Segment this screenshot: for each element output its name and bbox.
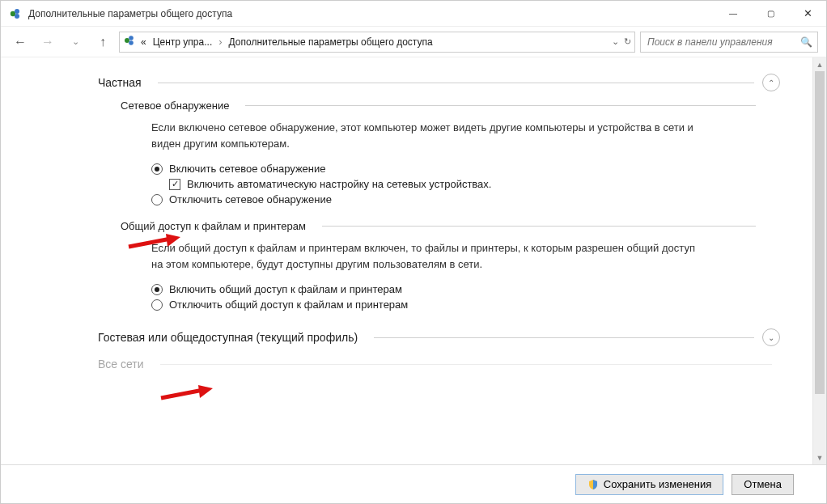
navbar: ← → ⌄ ↑ « Центр упра... › Дополнительные… [1, 27, 826, 57]
save-button-label: Сохранить изменения [604, 478, 712, 490]
scroll-up-button[interactable]: ▲ [813, 57, 826, 71]
radio-label: Отключить сетевое обнаружение [169, 193, 332, 205]
radio-label: Отключить общий доступ к файлам и принте… [169, 299, 408, 311]
collapse-icon[interactable]: ⌃ [762, 74, 780, 91]
minimize-button[interactable]: — [715, 1, 752, 27]
shield-icon [587, 479, 599, 490]
radio-label: Включить сетевое обнаружение [169, 163, 326, 175]
svg-point-2 [15, 14, 19, 19]
svg-point-4 [129, 36, 134, 40]
search-input[interactable] [646, 36, 800, 49]
network-discovery-title: Сетевое обнаружение [121, 100, 229, 112]
svg-point-3 [125, 38, 129, 43]
divider [245, 105, 756, 106]
window-root: Дополнительные параметры общего доступа … [0, 0, 827, 504]
profile-all-header[interactable]: Все сети [98, 358, 812, 371]
annotation-arrow-icon [159, 383, 216, 403]
scroll-track[interactable] [813, 71, 826, 451]
address-bar[interactable]: « Центр упра... › Дополнительные парамет… [119, 32, 635, 53]
search-box[interactable]: 🔍 [640, 32, 818, 53]
expand-icon[interactable]: ⌄ [762, 328, 780, 346]
scroll-thumb[interactable] [815, 71, 825, 394]
checkbox-auto-setup[interactable]: ✓ Включить автоматическую настройку на с… [169, 178, 764, 190]
checkbox-label: Включить автоматическую настройку на сет… [187, 178, 491, 190]
radio-network-discovery-off[interactable]: Отключить сетевое обнаружение [151, 193, 764, 205]
maximize-button[interactable]: ▢ [752, 1, 789, 27]
save-button[interactable]: Сохранить изменения [575, 474, 724, 495]
radio-icon[interactable] [151, 299, 163, 311]
profile-guest-title: Гостевая или общедоступная (текущий проф… [98, 331, 358, 344]
radio-network-discovery-on[interactable]: Включить сетевое обнаружение [151, 163, 764, 175]
breadcrumb-item-1[interactable]: Центр упра... [151, 36, 214, 48]
cancel-button-label: Отмена [744, 478, 782, 490]
nav-up-button[interactable]: ↑ [91, 31, 114, 53]
svg-point-1 [15, 9, 19, 14]
section-network-discovery: Сетевое обнаружение Если включено сетево… [121, 100, 812, 205]
divider [374, 337, 754, 338]
subsection-header: Общий доступ к файлам и принтерам [121, 220, 764, 232]
address-icon [123, 34, 136, 49]
subsection-header: Сетевое обнаружение [121, 100, 764, 112]
checkbox-icon[interactable]: ✓ [169, 179, 180, 190]
file-sharing-title: Общий доступ к файлам и принтерам [121, 220, 306, 232]
window-controls: — ▢ ✕ [715, 1, 826, 27]
refresh-button[interactable]: ↻ [624, 36, 631, 47]
breadcrumb-sep-icon: › [217, 36, 223, 48]
radio-file-sharing-on[interactable]: Включить общий доступ к файлам и принтер… [151, 283, 764, 295]
scroll-area: Частная ⌃ Сетевое обнаружение Если включ… [1, 57, 812, 464]
divider [160, 364, 772, 365]
content-area: Частная ⌃ Сетевое обнаружение Если включ… [1, 57, 826, 503]
svg-point-5 [129, 40, 134, 45]
divider [158, 83, 754, 83]
profile-all-title: Все сети [98, 358, 144, 371]
section-file-sharing: Общий доступ к файлам и принтерам Если о… [121, 220, 812, 311]
breadcrumb-prefix[interactable]: « [139, 36, 148, 48]
close-button[interactable]: ✕ [789, 1, 826, 27]
nav-back-button[interactable]: ← [9, 31, 32, 53]
footer: Сохранить изменения Отмена [1, 464, 826, 503]
app-icon [9, 7, 22, 20]
vertical-scrollbar[interactable]: ▲ ▼ [812, 57, 826, 464]
cancel-button[interactable]: Отмена [732, 474, 794, 495]
divider [322, 226, 756, 227]
titlebar: Дополнительные параметры общего доступа … [1, 1, 826, 27]
radio-icon[interactable] [151, 194, 163, 205]
file-sharing-desc: Если общий доступ к файлам и принтерам в… [151, 240, 702, 272]
profile-private-header[interactable]: Частная ⌃ [98, 74, 812, 91]
nav-history-dropdown[interactable]: ⌄ [64, 31, 87, 53]
profile-guest-header[interactable]: Гостевая или общедоступная (текущий проф… [98, 328, 812, 346]
profile-private-title: Частная [98, 76, 142, 89]
nav-forward-button[interactable]: → [36, 31, 59, 53]
address-dropdown-icon[interactable]: ⌄ [612, 36, 619, 47]
search-icon[interactable]: 🔍 [800, 36, 812, 48]
network-discovery-desc: Если включено сетевое обнаружение, этот … [151, 120, 702, 151]
scroll-down-button[interactable]: ▼ [813, 451, 826, 464]
radio-file-sharing-off[interactable]: Отключить общий доступ к файлам и принте… [151, 299, 764, 311]
radio-icon[interactable] [151, 163, 163, 175]
radio-label: Включить общий доступ к файлам и принтер… [169, 283, 402, 295]
breadcrumb-item-2[interactable]: Дополнительные параметры общего доступа [227, 36, 435, 48]
radio-icon[interactable] [151, 284, 163, 295]
window-title: Дополнительные параметры общего доступа [28, 8, 715, 19]
